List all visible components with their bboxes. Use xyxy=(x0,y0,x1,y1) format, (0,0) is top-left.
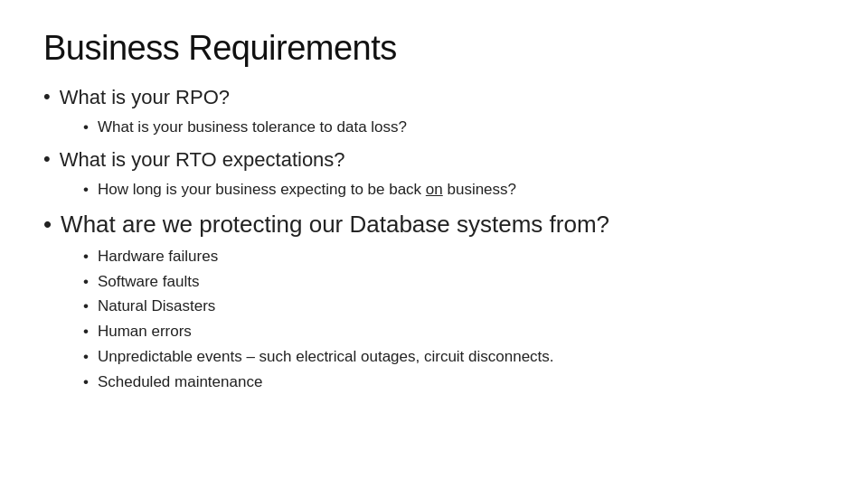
protect-sub-3: • Natural Disasters xyxy=(83,296,825,317)
rto-sub-text: How long is your business expecting to b… xyxy=(98,179,516,201)
bullet-protect: • What are we protecting our Database sy… xyxy=(43,210,825,240)
rto-sub-1: • How long is your business expecting to… xyxy=(83,179,825,201)
protect-hardware: Hardware failures xyxy=(98,246,218,267)
rpo-sub-text: What is your business tolerance to data … xyxy=(98,117,407,138)
bullet-dot-sub: • xyxy=(83,346,89,368)
rpo-sub-1: • What is your business tolerance to dat… xyxy=(83,117,825,138)
protect-sublist: • Hardware failures • Software faults • … xyxy=(43,246,825,393)
bullet-dot: • xyxy=(43,146,51,173)
bullet-dot-sub: • xyxy=(83,371,89,393)
protect-scheduled: Scheduled maintenance xyxy=(98,371,262,393)
slide: Business Requirements • What is your RPO… xyxy=(0,0,868,488)
bullet-dot-sub: • xyxy=(83,117,89,138)
protect-unpredictable: Unpredictable events – such electrical o… xyxy=(98,346,554,368)
bullet-dot: • xyxy=(43,210,52,240)
protect-human: Human errors xyxy=(98,321,192,343)
bullet-dot-sub: • xyxy=(83,271,89,293)
section-rpo: • What is your RPO? • What is your busin… xyxy=(43,84,825,137)
bullet-dot-sub: • xyxy=(83,321,89,343)
protect-natural: Natural Disasters xyxy=(98,296,215,317)
protect-sub-6: • Scheduled maintenance xyxy=(83,371,825,393)
rto-text: What is your RTO expectations? xyxy=(60,146,345,174)
protect-sub-4: • Human errors xyxy=(83,321,825,343)
bullet-dot: • xyxy=(43,84,51,110)
section-protect: • What are we protecting our Database sy… xyxy=(43,210,825,393)
section-rto: • What is your RTO expectations? • How l… xyxy=(43,146,825,200)
bullet-rpo: • What is your RPO? xyxy=(43,84,825,111)
rto-sublist: • How long is your business expecting to… xyxy=(43,179,825,201)
protect-sub-1: • Hardware failures xyxy=(83,246,825,267)
rpo-text: What is your RPO? xyxy=(60,84,230,111)
bullet-dot-sub: • xyxy=(83,296,89,317)
protect-software: Software faults xyxy=(98,271,199,293)
underline-on: on xyxy=(426,181,443,198)
bullet-rto: • What is your RTO expectations? xyxy=(43,146,825,174)
rpo-sublist: • What is your business tolerance to dat… xyxy=(43,117,825,138)
protect-text: What are we protecting our Database syst… xyxy=(61,210,609,240)
slide-title: Business Requirements xyxy=(43,29,825,68)
protect-sub-2: • Software faults xyxy=(83,271,825,293)
bullet-dot-sub: • xyxy=(83,246,89,267)
protect-sub-5: • Unpredictable events – such electrical… xyxy=(83,346,825,368)
bullet-dot-sub: • xyxy=(83,179,89,201)
